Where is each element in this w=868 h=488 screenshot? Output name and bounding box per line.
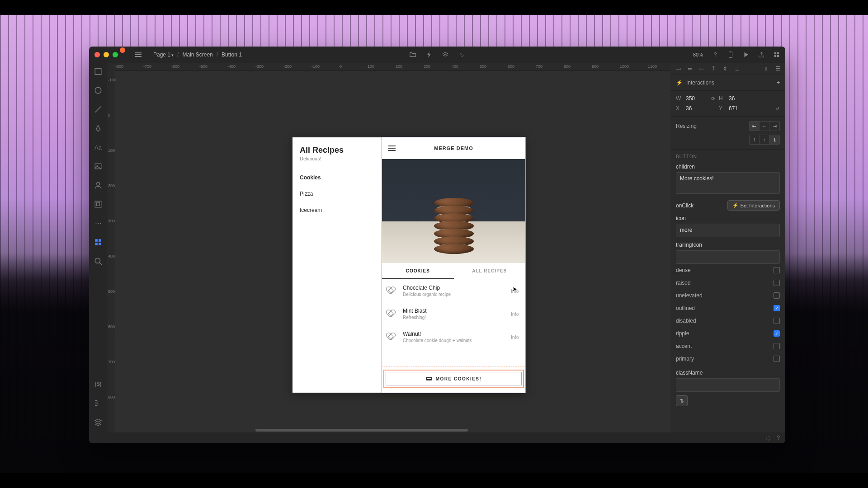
tab-cookies[interactable]: COOKIES <box>382 263 454 279</box>
dim-value-h[interactable]: 36 <box>729 95 750 102</box>
dim-value-x[interactable]: 36 <box>686 105 708 112</box>
resize-v-seg[interactable]: ⤒ ↕ ⤓ <box>749 135 780 145</box>
bolt-icon[interactable] <box>426 52 432 58</box>
props-scroll[interactable]: BUTTON children More cookies! onClick ⚡ … <box>670 150 785 432</box>
prop-check-raised[interactable]: raised <box>676 277 780 289</box>
rect-tool[interactable] <box>94 67 102 75</box>
row-info[interactable]: info <box>511 334 519 340</box>
menu-icon[interactable] <box>135 52 142 57</box>
horizontal-scrollbar[interactable] <box>115 428 670 432</box>
checkbox[interactable] <box>774 267 780 273</box>
checkbox[interactable]: ✓ <box>774 305 780 311</box>
stack-tool[interactable] <box>94 418 102 426</box>
prop-input-trailingicon[interactable] <box>676 250 780 264</box>
link-icon[interactable] <box>458 52 465 58</box>
link-wh-icon[interactable]: ⟳ <box>711 96 715 102</box>
resize-fixed-top-icon[interactable]: ⤒ <box>750 135 760 144</box>
checkbox[interactable] <box>774 292 780 299</box>
layers-icon[interactable] <box>442 52 448 58</box>
dim-value-w[interactable]: 350 <box>686 95 708 102</box>
play-icon[interactable] <box>743 52 749 58</box>
prop-check-unelevated[interactable]: unelevated <box>676 289 780 302</box>
resize-fixed-right-icon[interactable]: ⇥ <box>769 122 779 131</box>
breadcrumb-element[interactable]: Button 1 <box>222 52 242 58</box>
checkbox[interactable] <box>774 343 780 349</box>
add-interaction-button[interactable]: + <box>777 80 780 86</box>
resize-hug-v-icon[interactable]: ↕ <box>760 135 769 144</box>
more-tool[interactable]: ⋯ <box>94 219 102 227</box>
heart-icon[interactable] <box>388 310 396 318</box>
align-center-v-icon[interactable]: ⇕ <box>722 66 728 72</box>
ruler-tick: 400 <box>108 254 115 258</box>
help-icon[interactable]: ? <box>712 52 718 58</box>
grid-icon[interactable] <box>774 52 780 58</box>
rotation-icon[interactable]: ⤾ <box>775 105 780 112</box>
folder-icon[interactable] <box>410 52 416 58</box>
artboard[interactable]: All Recipes Delicious! Cookies Pizza Ice… <box>292 137 525 393</box>
image-tool[interactable] <box>94 162 102 170</box>
sidebar-item-pizza[interactable]: Pizza <box>300 186 375 202</box>
text-tool[interactable]: Aa <box>94 143 102 151</box>
pen-tool[interactable] <box>94 124 102 132</box>
close-button[interactable] <box>94 52 100 57</box>
align-center-h-icon[interactable]: ⇔ <box>687 66 693 72</box>
checkbox[interactable]: ✓ <box>774 330 780 337</box>
tokens-tool[interactable]: {$} <box>94 380 102 388</box>
align-bottom-icon[interactable]: ⟘ <box>734 66 740 72</box>
set-interactions-button[interactable]: ⚡ Set Interactions <box>727 200 780 211</box>
prop-check-accent[interactable]: accent <box>676 340 780 352</box>
ellipse-tool[interactable] <box>94 86 102 94</box>
resize-fixed-bottom-icon[interactable]: ⤓ <box>769 135 779 144</box>
more-cookies-button[interactable]: MORE COOKIES! <box>386 372 522 385</box>
search-tool[interactable] <box>94 257 102 265</box>
list-item[interactable]: Chocolate Chip Delicious organic recipe … <box>382 279 525 302</box>
sidebar-item-icecream[interactable]: Icecream <box>300 202 375 218</box>
hamburger-icon[interactable] <box>388 145 396 151</box>
checkbox[interactable] <box>774 280 780 286</box>
prop-input-classname[interactable] <box>676 378 780 392</box>
breadcrumb-screen[interactable]: Main Screen <box>182 52 212 58</box>
tab-all-recipes[interactable]: ALL RECIPES <box>454 263 526 279</box>
dim-value-y[interactable]: 671 <box>729 105 750 112</box>
heart-icon[interactable] <box>388 287 396 295</box>
prop-check-dense[interactable]: dense <box>676 264 780 277</box>
resize-h-seg[interactable]: ⇤ ↔ ⇥ <box>749 121 780 131</box>
share-icon[interactable] <box>758 52 764 58</box>
avatar-tool[interactable] <box>94 181 102 189</box>
checkbox[interactable] <box>774 356 780 362</box>
checkbox[interactable] <box>774 318 780 324</box>
list-item[interactable]: Mint Blast Refreshing! info <box>382 302 525 325</box>
sync-icon[interactable]: ◌ <box>766 435 770 441</box>
breadcrumb-page[interactable]: Page 1▾ <box>153 52 174 58</box>
canvas[interactable]: -800-700-600-500-400-300-200-10001002003… <box>107 63 670 432</box>
code-toggle-button[interactable]: ⇅ <box>676 395 688 406</box>
mobile-icon[interactable] <box>727 52 734 58</box>
minimize-button[interactable] <box>104 52 109 57</box>
align-left-icon[interactable]: ⟞ <box>675 66 681 72</box>
tree-tool[interactable] <box>94 399 102 407</box>
zoom-level[interactable]: 80% <box>693 52 703 57</box>
prop-check-disabled[interactable]: disabled <box>676 314 780 327</box>
resize-fixed-left-icon[interactable]: ⇤ <box>750 122 760 131</box>
resize-hug-icon[interactable]: ↔ <box>760 122 769 131</box>
distribute-v-icon[interactable]: ☰ <box>774 66 781 72</box>
prop-check-outlined[interactable]: outlined✓ <box>676 302 780 314</box>
frame-tool[interactable] <box>94 200 102 208</box>
prop-input-icon[interactable]: more <box>676 224 780 237</box>
distribute-h-icon[interactable]: ⦀ <box>763 66 769 72</box>
help-icon[interactable]: ? <box>777 435 780 441</box>
prop-input-children[interactable]: More cookies! <box>676 172 780 194</box>
row-info[interactable]: info <box>511 311 519 317</box>
list-item[interactable]: Walnut! Chocolate cookie dough + walnuts… <box>382 325 525 348</box>
align-top-icon[interactable]: ⟙ <box>710 66 717 72</box>
align-right-icon[interactable]: ⟝ <box>698 66 705 72</box>
prop-check-primary[interactable]: primary <box>676 352 780 365</box>
sidebar-item-cookies[interactable]: Cookies <box>300 169 375 186</box>
line-tool[interactable] <box>94 105 102 113</box>
heart-icon[interactable] <box>388 333 396 341</box>
scrollbar-thumb[interactable] <box>255 429 468 432</box>
selected-element[interactable]: MORE COOKIES! <box>382 366 525 393</box>
prop-check-ripple[interactable]: ripple✓ <box>676 327 780 340</box>
maximize-button[interactable] <box>113 52 118 57</box>
components-tool[interactable] <box>94 238 102 246</box>
